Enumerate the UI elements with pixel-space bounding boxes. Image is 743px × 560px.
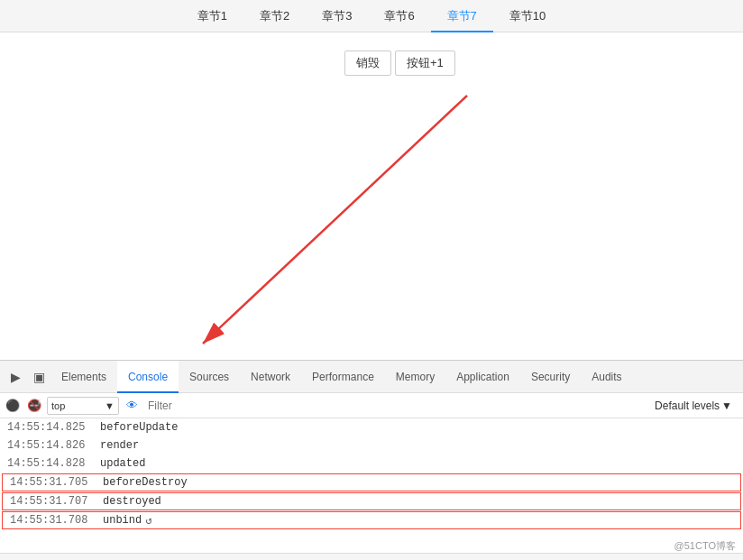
device-icon[interactable]: ▣ — [31, 369, 47, 385]
tab-chapter7[interactable]: 章节7 — [431, 0, 493, 32]
filter-toggle-button[interactable]: 🚭 — [25, 397, 43, 415]
console-msg-4: beforeDestroy — [103, 476, 188, 489]
default-levels-label: Default levels — [655, 399, 720, 412]
tab-chapter10[interactable]: 章节10 — [493, 0, 562, 32]
arrow-annotation — [0, 60, 743, 357]
console-msg-1: beforeUpdate — [100, 421, 178, 434]
console-time-1: 14:55:14.825 — [7, 421, 93, 434]
clear-console-button[interactable]: ⚫ — [4, 397, 22, 415]
context-value: top — [51, 400, 65, 411]
tab-chapter6[interactable]: 章节6 — [368, 0, 430, 32]
console-output: 14:55:14.825 beforeUpdate 14:55:14.826 r… — [0, 418, 743, 553]
console-msg-5: destroyed — [103, 495, 161, 508]
devtools-tab-elements[interactable]: Elements — [50, 361, 117, 393]
devtools-tab-console[interactable]: Console — [117, 361, 179, 393]
devtools-tab-sources[interactable]: Sources — [179, 361, 240, 393]
console-line-5: 14:55:31.707 destroyed — [2, 492, 741, 510]
devtools-tabs: ▶ ▣ Elements Console Sources Network Per… — [0, 361, 743, 393]
devtools-panel: ▶ ▣ Elements Console Sources Network Per… — [0, 360, 743, 560]
button-group: 销毁 按钮+1 — [344, 50, 455, 76]
top-nav: 章节1 章节2 章节3 章节6 章节7 章节10 — [0, 0, 743, 32]
destroy-button[interactable]: 销毁 — [344, 50, 391, 76]
default-levels-dropdown[interactable]: Default levels ▼ — [655, 399, 739, 412]
context-dropdown-icon: ▼ — [105, 400, 115, 411]
default-levels-chevron: ▼ — [721, 399, 732, 412]
devtools-toolbar: ⚫ 🚭 top ▼ 👁 Default levels ▼ — [0, 393, 743, 418]
console-time-3: 14:55:14.828 — [7, 457, 93, 470]
eye-icon[interactable]: 👁 — [123, 397, 141, 415]
watermark: @51CTO博客 — [674, 539, 736, 553]
context-selector[interactable]: top ▼ — [47, 397, 119, 415]
devtools-tab-network[interactable]: Network — [240, 361, 301, 393]
console-line-6: 14:55:31.708 unbind ↺ — [2, 511, 741, 529]
tab-chapter2[interactable]: 章节2 — [243, 0, 306, 32]
console-msg-2: render — [100, 439, 139, 452]
horizontal-scrollbar[interactable] — [0, 553, 743, 560]
console-line-2: 14:55:14.826 render — [0, 436, 743, 454]
svg-line-1 — [203, 96, 467, 344]
console-time-4: 14:55:31.705 — [10, 476, 96, 489]
devtools-tab-performance[interactable]: Performance — [301, 361, 385, 393]
console-time-5: 14:55:31.707 — [10, 495, 96, 508]
console-time-2: 14:55:14.826 — [7, 439, 93, 452]
devtools-tab-application[interactable]: Application — [445, 361, 520, 393]
console-msg-3: updated — [100, 457, 145, 470]
pointer-icon[interactable]: ▶ — [7, 369, 23, 385]
devtools-tab-memory[interactable]: Memory — [385, 361, 445, 393]
main-content: 销毁 按钮+1 — [0, 32, 743, 360]
tab-chapter3[interactable]: 章节3 — [306, 0, 368, 32]
filter-input[interactable] — [144, 399, 651, 412]
console-line-1: 14:55:14.825 beforeUpdate — [0, 418, 743, 436]
cursor-icon: ↺ — [145, 514, 151, 528]
add-button[interactable]: 按钮+1 — [395, 50, 455, 76]
console-msg-6: unbind — [103, 514, 142, 527]
console-line-4: 14:55:31.705 beforeDestroy — [2, 473, 741, 491]
tab-chapter1[interactable]: 章节1 — [181, 0, 243, 32]
devtools-tab-audits[interactable]: Audits — [581, 361, 632, 393]
console-time-6: 14:55:31.708 — [10, 514, 96, 527]
console-line-3: 14:55:14.828 updated — [0, 454, 743, 473]
devtools-tab-security[interactable]: Security — [520, 361, 581, 393]
